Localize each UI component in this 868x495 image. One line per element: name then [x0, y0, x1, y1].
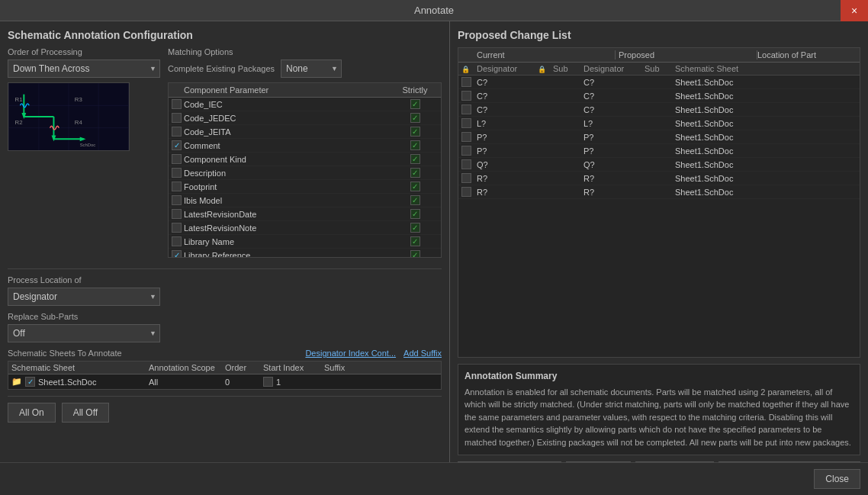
param-check-component-kind[interactable] [172, 154, 182, 164]
right-panel: Proposed Change List Current Proposed Lo… [450, 21, 868, 495]
param-row-library-reference: Library Reference [169, 249, 441, 258]
matching-top: Complete Existing Packages None All [168, 59, 442, 78]
add-suffix-link[interactable]: Add Suffix [403, 349, 442, 358]
strictly-check-latest-revision-note[interactable] [410, 223, 420, 233]
complete-existing-dropdown-wrapper: None All [281, 59, 342, 78]
process-location-select[interactable]: Designator All [8, 288, 160, 306]
proposed-row-6: Q? Q? Sheet1.SchDoc [458, 158, 860, 172]
param-check-latest-revision-date[interactable] [172, 209, 182, 219]
param-check-library-reference[interactable] [172, 250, 182, 258]
param-check-comment[interactable] [172, 140, 182, 150]
proposed-desig-5: P? [583, 146, 645, 156]
location-4: Sheet1.SchDoc [675, 133, 857, 142]
close-button[interactable]: × [841, 0, 868, 21]
proposed-desig-6: Q? [583, 160, 645, 169]
param-check-code-jedec[interactable] [172, 113, 182, 123]
param-row-code-iec: Code_IEC [169, 98, 441, 111]
sheets-col-start-index: Start Index [263, 363, 324, 372]
strictly-check-latest-revision-date[interactable] [410, 209, 420, 219]
current-group-label: Current [477, 50, 505, 59]
order-of-processing-select[interactable]: Down Then Across Across Then Down Up The… [8, 59, 160, 78]
sheet-order-1: 0 [225, 378, 263, 387]
replace-subparts-select[interactable]: Off On [8, 324, 160, 342]
all-on-button[interactable]: All On [8, 403, 56, 423]
strictly-check-footprint[interactable] [410, 182, 420, 191]
sheets-section-label: Schematic Sheets To Annotate [8, 349, 122, 358]
proposed-check-2[interactable] [461, 104, 471, 114]
title-bar: Annotate × [0, 0, 868, 21]
proposed-check-3[interactable] [461, 118, 471, 128]
sheet-startindex-check-1[interactable] [263, 377, 273, 387]
param-row-latest-revision-date: LatestRevisionDate [169, 207, 441, 221]
proposed-desig-3: L? [583, 119, 645, 128]
process-location-dropdown-wrapper: Designator All [8, 288, 160, 306]
param-check-ibis-model[interactable] [172, 195, 182, 205]
proposed-check-6[interactable] [461, 159, 471, 169]
sheets-table: Schematic Sheet Annotation Scope Order S… [8, 361, 442, 390]
matching-options-label: Matching Options [168, 47, 442, 56]
folder-icon: 📁 [11, 377, 22, 387]
sheets-col-suffix: Suffix [324, 363, 370, 372]
proposed-check-8[interactable] [461, 187, 471, 197]
proposed-row-7: R? R? Sheet1.SchDoc [458, 172, 860, 185]
strictly-check-code-iec[interactable] [410, 99, 420, 109]
strictly-check-comment[interactable] [410, 140, 420, 150]
replace-subparts-dropdown-wrapper: Off On [8, 324, 160, 342]
sheets-col-schematic-sheet: Schematic Sheet [11, 363, 149, 372]
proposed-check-4[interactable] [461, 132, 471, 142]
lock-icon-proposed: 🔒 [538, 66, 546, 73]
proposed-desig-8: R? [583, 188, 645, 197]
param-row-footprint: Footprint [169, 180, 441, 194]
designator-index-cont-link[interactable]: Designator Index Cont... [305, 349, 396, 358]
process-location-label: Process Location of [8, 275, 160, 284]
proposed-table: Current Proposed Location of Part 🔒 Desi… [458, 47, 860, 358]
location-group-label: Location of Part [757, 50, 857, 59]
param-check-code-iec[interactable] [172, 99, 182, 109]
proposed-check-0[interactable] [461, 77, 471, 87]
location-6: Sheet1.SchDoc [675, 160, 857, 169]
sheets-col-order: Order [225, 363, 263, 372]
sheet-scope-1: All [149, 378, 225, 387]
strictly-check-ibis-model[interactable] [410, 195, 420, 205]
param-check-description[interactable] [172, 168, 182, 178]
param-check-code-jeita[interactable] [172, 127, 182, 137]
proposed-sub-header: Sub [645, 64, 675, 73]
param-check-latest-revision-note[interactable] [172, 223, 182, 233]
col-param-header: Component Parameter [184, 85, 392, 95]
current-designator-header: Designator [477, 64, 538, 73]
current-sub-header: Sub [553, 64, 583, 73]
schematic-sheet-header: Schematic Sheet [675, 64, 857, 73]
strictly-check-code-jeita[interactable] [410, 127, 420, 137]
parameter-table-header: Component Parameter Strictly [169, 83, 441, 98]
close-button-footer[interactable]: Close [814, 469, 860, 489]
param-check-library-name[interactable] [172, 236, 182, 246]
param-row-library-name: Library Name [169, 235, 441, 249]
schematic-preview: R1 R3 R2 R4 [8, 82, 130, 151]
param-check-footprint[interactable] [172, 182, 182, 191]
proposed-check-1[interactable] [461, 91, 471, 101]
strictly-check-description[interactable] [410, 168, 420, 178]
strictly-check-library-reference[interactable] [410, 250, 420, 258]
current-desig-3: L? [477, 119, 538, 128]
strictly-check-component-kind[interactable] [410, 154, 420, 164]
param-row-ibis-model: Ibis Model [169, 194, 441, 207]
param-row-latest-revision-note: LatestRevisionNote [169, 221, 441, 235]
all-off-button[interactable]: All Off [62, 403, 109, 423]
proposed-check-7[interactable] [461, 173, 471, 183]
strictly-check-library-name[interactable] [410, 236, 420, 246]
parameter-table: Component Parameter Strictly Code_IEC Co… [168, 82, 442, 258]
proposed-row-5: P? P? Sheet1.SchDoc [458, 144, 860, 158]
current-desig-8: R? [477, 188, 538, 197]
current-desig-4: P? [477, 133, 538, 142]
complete-existing-select[interactable]: None All [281, 59, 342, 78]
sheet-startindex-val-1: 1 [276, 378, 281, 387]
param-row-code-jedec: Code_JEDEC [169, 111, 441, 125]
proposed-check-5[interactable] [461, 146, 471, 156]
proposed-row-8: R? R? Sheet1.SchDoc [458, 185, 860, 199]
current-desig-6: Q? [477, 160, 538, 169]
strictly-check-code-jedec[interactable] [410, 113, 420, 123]
order-of-processing-label: Order of Processing [8, 47, 160, 56]
sheet-check-1[interactable] [25, 377, 35, 387]
annotation-summary-title: Annotation Summary [465, 371, 854, 381]
proposed-row-3: L? L? Sheet1.SchDoc [458, 117, 860, 130]
